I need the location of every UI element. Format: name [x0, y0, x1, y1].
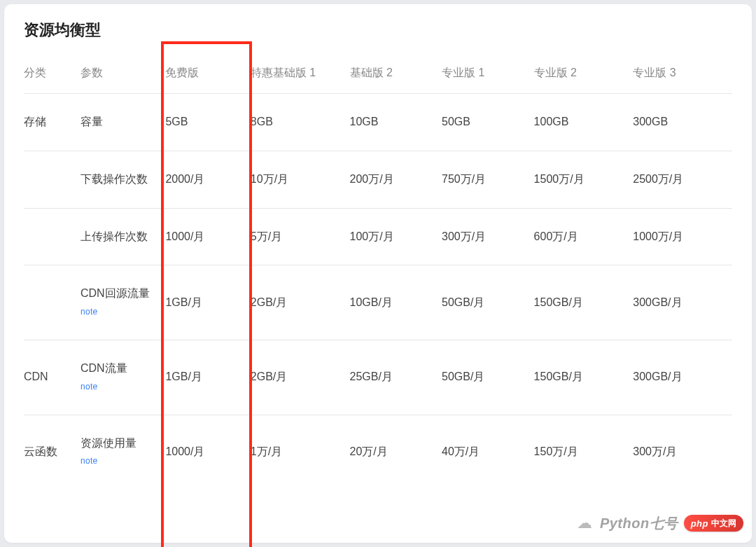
param-label: 资源使用量 — [80, 437, 136, 449]
table-row: 上传操作次数1000/月5万/月100万/月300万/月600万/月1000万/… — [24, 208, 732, 265]
cell-category — [24, 208, 80, 265]
cell-value: 10万/月 — [251, 151, 350, 208]
php-badge: php 中文网 — [684, 515, 743, 532]
table-header: 分类 参数 免费版 特惠基础版 1 基础版 2 专业版 1 专业版 2 专业版 … — [24, 53, 732, 94]
col-param: 参数 — [80, 53, 165, 94]
cell-value: 50GB/月 — [442, 340, 534, 415]
cell-value: 5GB — [165, 94, 250, 151]
cell-value: 2500万/月 — [633, 151, 732, 208]
cell-value: 40万/月 — [442, 415, 534, 489]
cell-value: 300万/月 — [442, 208, 534, 265]
param-label: 容量 — [80, 116, 103, 127]
cell-value: 10GB/月 — [350, 265, 442, 340]
note-label: note — [80, 456, 98, 466]
note-label: note — [80, 382, 98, 392]
table-row: CDNCDN流量note1GB/月2GB/月25GB/月50GB/月150GB/… — [24, 340, 732, 415]
cell-value: 300GB/月 — [633, 340, 732, 415]
param-label: 下载操作次数 — [80, 173, 148, 185]
cell-value: 750万/月 — [442, 151, 534, 208]
cell-value: 1GB/月 — [165, 265, 250, 340]
col-pro2: 专业版 2 — [534, 53, 634, 94]
php-text: 中文网 — [711, 518, 736, 529]
cell-value: 2000/月 — [165, 151, 250, 208]
cell-value: 150GB/月 — [534, 340, 634, 415]
cell-value: 300GB — [633, 94, 732, 151]
cell-value: 150万/月 — [534, 415, 634, 489]
watermark: ☁ Python七号 php 中文网 — [575, 513, 743, 533]
pricing-card: 资源均衡型 分类 参数 免费版 特惠基础版 1 基础版 2 专业版 1 专业版 … — [4, 4, 752, 543]
cell-value: 300万/月 — [633, 415, 732, 489]
cell-value: 25GB/月 — [350, 340, 442, 415]
wechat-icon: ☁ — [575, 513, 594, 533]
cell-value: 1万/月 — [251, 415, 350, 489]
param-label: CDN流量 — [80, 362, 127, 374]
cell-value: 1500万/月 — [534, 151, 634, 208]
cell-value: 5万/月 — [251, 208, 350, 265]
watermark-text: Python七号 — [600, 514, 678, 533]
cell-value: 2GB/月 — [251, 340, 350, 415]
cell-value: 1000/月 — [165, 415, 250, 489]
cell-value: 1000/月 — [165, 208, 250, 265]
cell-value: 10GB — [350, 94, 442, 151]
cell-category: 云函数 — [24, 415, 80, 489]
cell-value: 300GB/月 — [633, 265, 732, 340]
cell-category — [24, 151, 80, 208]
cell-value: 1GB/月 — [165, 340, 250, 415]
cell-value: 150GB/月 — [534, 265, 634, 340]
col-pro3: 专业版 3 — [633, 53, 732, 94]
col-basic1: 特惠基础版 1 — [251, 53, 350, 94]
cell-value: 1000万/月 — [633, 208, 732, 265]
cell-value: 50GB — [442, 94, 534, 151]
pricing-table: 分类 参数 免费版 特惠基础版 1 基础版 2 专业版 1 专业版 2 专业版 … — [24, 53, 732, 489]
cell-value: 200万/月 — [350, 151, 442, 208]
note-label: note — [80, 307, 98, 317]
cell-param: CDN流量note — [80, 340, 165, 415]
cell-value: 50GB/月 — [442, 265, 534, 340]
cell-param: 上传操作次数 — [80, 208, 165, 265]
cell-value: 20万/月 — [350, 415, 442, 489]
php-label: php — [691, 518, 708, 529]
col-basic2: 基础版 2 — [350, 53, 442, 94]
cell-category — [24, 265, 80, 340]
col-pro1: 专业版 1 — [442, 53, 534, 94]
card-title: 资源均衡型 — [24, 20, 732, 41]
cell-value: 600万/月 — [534, 208, 634, 265]
cell-value: 2GB/月 — [251, 265, 350, 340]
cell-category: CDN — [24, 340, 80, 415]
cell-param: CDN回源流量note — [80, 265, 165, 340]
cell-param: 容量 — [80, 94, 165, 151]
cell-param: 下载操作次数 — [80, 151, 165, 208]
table-row: 存储容量5GB8GB10GB50GB100GB300GB — [24, 94, 732, 151]
table-row: 云函数资源使用量note1000/月1万/月20万/月40万/月150万/月30… — [24, 415, 732, 489]
table-row: CDN回源流量note1GB/月2GB/月10GB/月50GB/月150GB/月… — [24, 265, 732, 340]
col-free: 免费版 — [165, 53, 250, 94]
param-label: CDN回源流量 — [80, 287, 150, 299]
cell-value: 100GB — [534, 94, 634, 151]
table-row: 下载操作次数2000/月10万/月200万/月750万/月1500万/月2500… — [24, 151, 732, 208]
cell-category: 存储 — [24, 94, 80, 151]
cell-value: 100万/月 — [350, 208, 442, 265]
param-label: 上传操作次数 — [80, 230, 148, 242]
col-category: 分类 — [24, 53, 80, 94]
cell-param: 资源使用量note — [80, 415, 165, 489]
cell-value: 8GB — [251, 94, 350, 151]
